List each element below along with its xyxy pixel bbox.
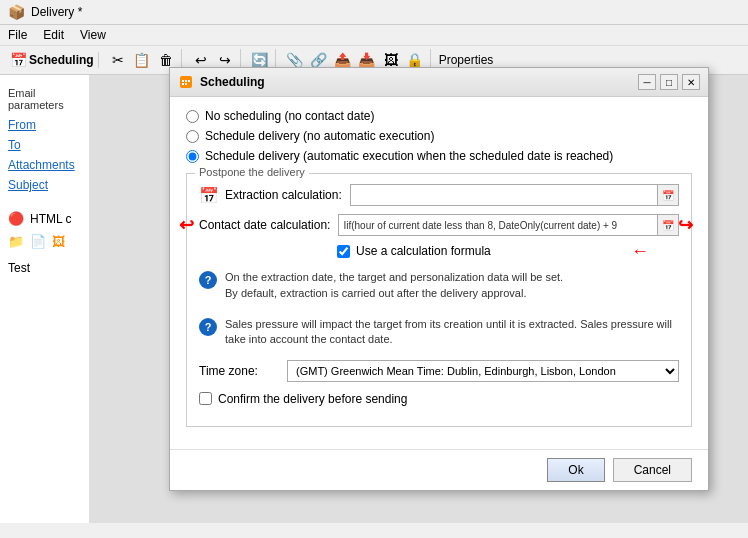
scheduling-label: Scheduling bbox=[29, 53, 94, 67]
radio-no-scheduling[interactable]: No scheduling (no contact date) bbox=[186, 109, 692, 123]
radio-schedule-no-auto-label: Schedule delivery (no automatic executio… bbox=[205, 129, 434, 143]
sidebar-subject[interactable]: Subject bbox=[0, 175, 89, 195]
dialog-body: No scheduling (no contact date) Schedule… bbox=[170, 97, 708, 449]
svg-rect-5 bbox=[185, 83, 187, 85]
contact-date-label: Contact date calculation: bbox=[199, 218, 330, 232]
close-button[interactable]: ✕ bbox=[682, 74, 700, 90]
sidebar-attachments[interactable]: Attachments bbox=[0, 155, 89, 175]
test-label: Test bbox=[0, 253, 89, 283]
scheduling-dialog: Scheduling ─ □ ✕ No scheduling (no conta… bbox=[169, 67, 709, 491]
menu-view[interactable]: View bbox=[80, 28, 106, 42]
red-arrow-right: ↪ bbox=[678, 214, 693, 236]
toolbar-properties: Properties bbox=[435, 53, 498, 67]
confirm-checkbox[interactable] bbox=[199, 392, 212, 405]
extraction-browse-button[interactable]: 📅 bbox=[657, 184, 679, 206]
content-section: 🔴 HTML c 📁 📄 🖼 bbox=[0, 207, 89, 253]
app-title: Delivery * bbox=[31, 5, 82, 19]
extraction-row: 📅 Extraction calculation: 📅 bbox=[199, 184, 679, 206]
copy-button[interactable]: 📋 bbox=[131, 49, 153, 71]
app-icon: 📦 bbox=[8, 4, 25, 20]
radio-no-scheduling-input[interactable] bbox=[186, 110, 199, 123]
svg-rect-4 bbox=[182, 83, 184, 85]
dialog-titlebar: Scheduling ─ □ ✕ bbox=[170, 68, 708, 97]
timezone-row: Time zone: (GMT) Greenwich Mean Time: Du… bbox=[199, 360, 679, 382]
extraction-input[interactable] bbox=[350, 184, 657, 206]
svg-rect-1 bbox=[182, 80, 184, 82]
red-arrow-left: ↩ bbox=[179, 214, 194, 236]
menu-file[interactable]: File bbox=[8, 28, 27, 42]
extraction-input-group: 📅 bbox=[350, 184, 679, 206]
sidebar-from[interactable]: From bbox=[0, 115, 89, 135]
icon-row: 📁 📄 🖼 bbox=[0, 230, 89, 253]
dialog-controls: ─ □ ✕ bbox=[638, 74, 700, 90]
main-content: Email parameters From To Attachments Sub… bbox=[0, 75, 748, 523]
dialog-icon bbox=[178, 74, 194, 90]
use-formula-label: Use a calculation formula bbox=[356, 244, 491, 258]
svg-rect-2 bbox=[185, 80, 187, 82]
toolbar-scheduling-section: 📅 Scheduling bbox=[6, 52, 99, 68]
dialog-title: Scheduling bbox=[200, 75, 632, 89]
postpone-title: Postpone the delivery bbox=[195, 166, 309, 178]
contact-date-row: Contact date calculation: 📅 ↩ ↪ bbox=[199, 214, 679, 236]
content-area: Scheduling ─ □ ✕ No scheduling (no conta… bbox=[90, 75, 748, 523]
info-text-1: On the extraction date, the target and p… bbox=[225, 270, 563, 301]
title-bar: 📦 Delivery * bbox=[0, 0, 748, 25]
html-content-row: 🔴 HTML c bbox=[0, 207, 89, 230]
folder-icon[interactable]: 📁 bbox=[8, 234, 24, 249]
minimize-button[interactable]: ─ bbox=[638, 74, 656, 90]
radio-no-scheduling-label: No scheduling (no contact date) bbox=[205, 109, 374, 123]
radio-schedule-no-auto-input[interactable] bbox=[186, 130, 199, 143]
confirm-row: Confirm the delivery before sending bbox=[199, 392, 679, 406]
menu-edit[interactable]: Edit bbox=[43, 28, 64, 42]
svg-rect-3 bbox=[188, 80, 190, 82]
radio-schedule-auto[interactable]: Schedule delivery (automatic execution w… bbox=[186, 149, 692, 163]
maximize-button[interactable]: □ bbox=[660, 74, 678, 90]
use-formula-row: Use a calculation formula ← bbox=[199, 244, 679, 258]
radio-group: No scheduling (no contact date) Schedule… bbox=[186, 109, 692, 163]
postpone-section: Postpone the delivery 📅 Extraction calcu… bbox=[186, 173, 692, 427]
radio-schedule-auto-label: Schedule delivery (automatic execution w… bbox=[205, 149, 613, 163]
info-text-2: Sales pressure will impact the target fr… bbox=[225, 317, 679, 348]
properties-label: Properties bbox=[439, 53, 494, 67]
img-icon[interactable]: 🖼 bbox=[52, 234, 65, 249]
info-icon-1: ? bbox=[199, 271, 217, 289]
radio-schedule-no-auto[interactable]: Schedule delivery (no automatic executio… bbox=[186, 129, 692, 143]
menu-bar: File Edit View bbox=[0, 25, 748, 46]
info-row-2: ? Sales pressure will impact the target … bbox=[199, 313, 679, 352]
radio-schedule-auto-input[interactable] bbox=[186, 150, 199, 163]
extraction-calendar-icon: 📅 bbox=[199, 186, 219, 205]
cancel-button[interactable]: Cancel bbox=[613, 458, 692, 482]
cut-button[interactable]: ✂ bbox=[107, 49, 129, 71]
contact-date-input-group: 📅 bbox=[338, 214, 679, 236]
html-label: HTML c bbox=[30, 212, 72, 226]
file-icon[interactable]: 📄 bbox=[30, 234, 46, 249]
timezone-select[interactable]: (GMT) Greenwich Mean Time: Dublin, Edinb… bbox=[287, 360, 679, 382]
extraction-label: 📅 Extraction calculation: bbox=[199, 186, 342, 205]
confirm-label: Confirm the delivery before sending bbox=[218, 392, 407, 406]
dialog-overlay: Scheduling ─ □ ✕ No scheduling (no conta… bbox=[90, 75, 748, 523]
sidebar: Email parameters From To Attachments Sub… bbox=[0, 75, 90, 523]
ok-button[interactable]: Ok bbox=[547, 458, 604, 482]
dialog-footer: Ok Cancel bbox=[170, 449, 708, 490]
sidebar-to[interactable]: To bbox=[0, 135, 89, 155]
red-arrow-formula: ← bbox=[631, 241, 649, 262]
contact-date-browse-button[interactable]: 📅 bbox=[657, 214, 679, 236]
email-params-title: Email parameters bbox=[0, 83, 89, 115]
html-icon: 🔴 bbox=[8, 211, 24, 226]
use-formula-checkbox[interactable] bbox=[337, 245, 350, 258]
info-row-1: ? On the extraction date, the target and… bbox=[199, 266, 679, 305]
info-icon-2: ? bbox=[199, 318, 217, 336]
calendar-grid-icon: 📅 bbox=[10, 52, 27, 68]
contact-date-input[interactable] bbox=[338, 214, 657, 236]
timezone-label: Time zone: bbox=[199, 364, 279, 378]
